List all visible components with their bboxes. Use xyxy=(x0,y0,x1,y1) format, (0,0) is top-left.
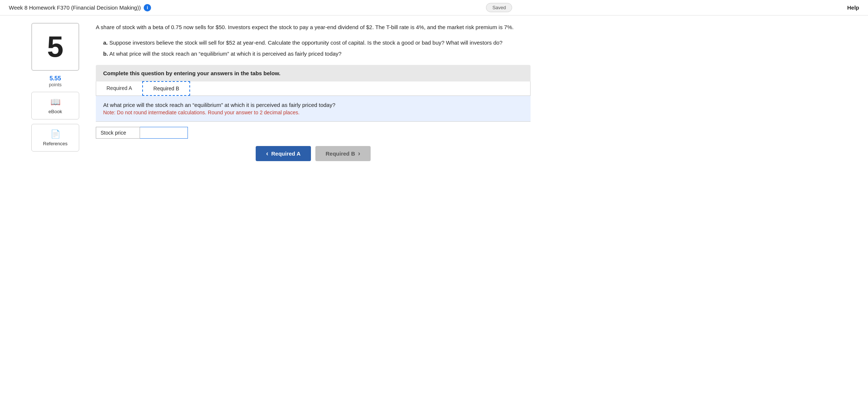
question-parts: a. Suppose investors believe the stock w… xyxy=(103,38,531,58)
stock-price-label: Stock price xyxy=(96,127,140,139)
chevron-right-icon xyxy=(358,150,360,157)
points-value: 5.55 xyxy=(49,75,62,82)
tab-b-content: At what price will the stock reach an “e… xyxy=(96,96,531,122)
ebook-label: eBook xyxy=(49,109,62,114)
part-a-label: a. xyxy=(103,39,108,46)
question-part-b: b. At what price will the stock reach an… xyxy=(103,49,531,58)
question-number: 5 xyxy=(47,30,64,64)
question-part-a: a. Suppose investors believe the stock w… xyxy=(103,38,531,47)
nav-buttons-row: Required A Required B xyxy=(96,146,531,161)
input-row: Stock price xyxy=(96,127,531,139)
required-b-nav-button[interactable]: Required B xyxy=(315,146,371,161)
question-number-box: 5 xyxy=(31,23,79,71)
part-b-text: At what price will the stock reach an “e… xyxy=(109,51,342,57)
references-button[interactable]: 📄 References xyxy=(31,124,79,152)
top-bar-title-area: Week 8 Homework F370 (Financial Decision… xyxy=(9,4,151,11)
tabs-row: Required A Required B xyxy=(96,81,530,96)
chevron-left-icon xyxy=(266,150,268,157)
tab-required-a[interactable]: Required A xyxy=(96,81,143,95)
part-a-text: Suppose investors believe the stock will… xyxy=(109,39,503,46)
tab-b-note: Note: Do not round intermediate calculat… xyxy=(103,110,523,115)
references-label: References xyxy=(43,141,67,146)
points-section: 5.55 points xyxy=(49,75,62,87)
help-link[interactable]: Help xyxy=(847,4,859,11)
page-title: Week 8 Homework F370 (Financial Decision… xyxy=(9,4,141,11)
references-icon: 📄 xyxy=(50,129,60,139)
tabs-container: Required A Required B xyxy=(96,81,531,96)
content-area: A share of stock with a beta of 0.75 now… xyxy=(88,23,531,161)
ebook-button[interactable]: 📖 eBook xyxy=(31,92,79,119)
main-content: 5 5.55 points 📖 eBook 📄 References A sha… xyxy=(0,15,553,169)
question-text: A share of stock with a beta of 0.75 now… xyxy=(96,23,531,32)
tab-b-question: At what price will the stock reach an “e… xyxy=(103,102,523,108)
tab-required-b[interactable]: Required B xyxy=(142,81,190,96)
saved-badge: Saved xyxy=(486,3,512,12)
complete-banner: Complete this question by entering your … xyxy=(96,65,531,81)
top-bar: Week 8 Homework F370 (Financial Decision… xyxy=(0,0,868,15)
complete-banner-text: Complete this question by entering your … xyxy=(103,70,280,76)
ebook-icon: 📖 xyxy=(50,97,60,107)
part-b-label: b. xyxy=(103,51,108,57)
required-a-nav-label: Required A xyxy=(271,150,300,157)
stock-price-input[interactable] xyxy=(140,127,188,139)
required-a-nav-button[interactable]: Required A xyxy=(256,146,311,161)
points-label: points xyxy=(49,82,62,87)
sidebar: 5 5.55 points 📖 eBook 📄 References xyxy=(22,23,88,161)
required-b-nav-label: Required B xyxy=(326,150,355,157)
info-icon[interactable]: i xyxy=(144,4,151,11)
